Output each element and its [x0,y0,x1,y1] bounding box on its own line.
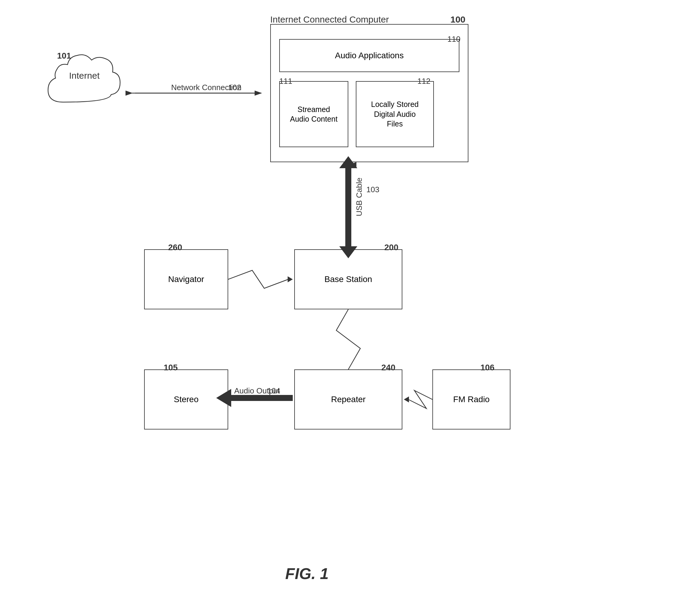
navigator-num: 260 [168,243,182,252]
stereo-num: 105 [164,363,178,372]
fm-radio-num: 106 [480,363,495,372]
locally-stored-box: Locally StoredDigital AudioFiles [356,81,434,147]
locally-stored-num: 112 [417,77,430,86]
svg-marker-21 [404,397,409,402]
internet-num: 101 [57,51,71,61]
base-station-num: 200 [384,243,398,252]
audio-apps-label: Audio Applications [335,50,404,61]
base-station-label: Base Station [324,274,372,285]
icc-title-label: Internet Connected Computer [270,15,389,25]
svg-text:102: 102 [228,83,241,92]
streamed-audio-label: StreamedAudio Content [290,104,337,124]
repeater-num: 240 [381,363,395,372]
stereo-label: Stereo [174,394,199,405]
diagram-container: Internet Connected Computer 100 Audio Ap… [0,0,693,616]
cloud-svg [39,45,129,117]
svg-text:Network Connection: Network Connection [171,83,241,92]
svg-rect-17 [231,395,293,401]
fig-label: FIG. 1 [285,565,329,583]
repeater-label: Repeater [331,394,365,405]
svg-rect-13 [345,167,351,248]
internet-label: Internet [69,71,100,81]
svg-text:Audio Output: Audio Output [234,386,280,395]
fm-radio-box: FM Radio [432,369,511,429]
svg-marker-16 [288,276,293,282]
stereo-box: Stereo [144,369,228,429]
audio-apps-num: 110 [448,35,460,44]
streamed-audio-num: 111 [279,77,292,86]
svg-text:103: 103 [366,185,379,194]
base-station-box: Base Station [294,249,402,309]
streamed-audio-box: StreamedAudio Content [279,81,348,147]
navigator-box: Navigator [144,249,228,309]
icc-num-label: 100 [450,15,466,25]
repeater-box: Repeater [294,369,402,429]
navigator-label: Navigator [168,274,204,285]
svg-text:104: 104 [267,386,280,395]
fm-radio-label: FM Radio [453,394,490,405]
locally-stored-label: Locally StoredDigital AudioFiles [371,99,419,129]
internet-cloud: Internet 101 [39,45,129,118]
audio-apps-box: Audio Applications [279,39,459,72]
svg-text:USB Cable: USB Cable [355,177,363,216]
